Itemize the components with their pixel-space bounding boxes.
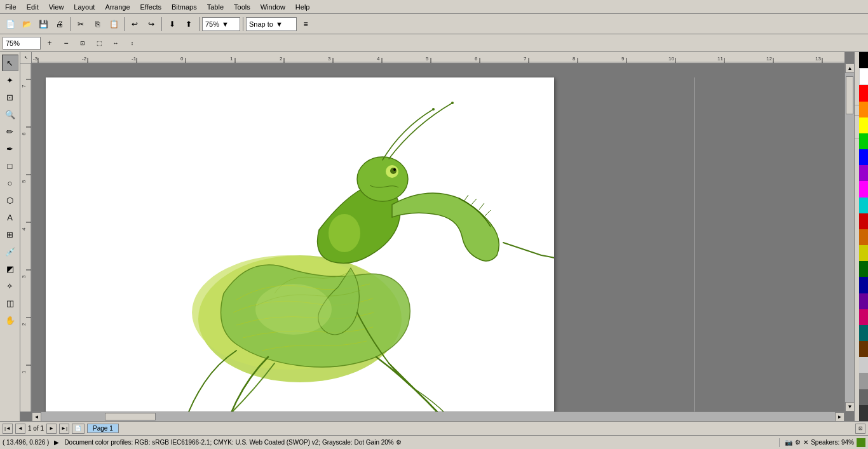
color-swatch-darkgray[interactable] xyxy=(859,389,868,405)
transparency-tool[interactable]: ◫ xyxy=(2,295,18,311)
color-swatch-orange[interactable] xyxy=(859,102,868,117)
ellipse-tool[interactable]: ○ xyxy=(2,175,18,191)
fill-tool[interactable]: ◩ xyxy=(2,260,18,277)
vertical-scrollbar[interactable]: ▲ ▼ xyxy=(844,64,854,412)
scroll-left-button[interactable]: ◄ xyxy=(32,412,41,421)
color-swatch-yellow[interactable] xyxy=(859,117,868,133)
menu-layout[interactable]: Layout xyxy=(69,2,100,12)
menu-bitmaps[interactable]: Bitmaps xyxy=(166,2,202,12)
first-page-button[interactable]: |◄ xyxy=(3,424,13,434)
color-profile-settings[interactable]: ⚙ xyxy=(396,439,402,446)
add-page-button[interactable]: 📄 xyxy=(72,424,85,434)
new-button[interactable]: 📄 xyxy=(3,17,18,32)
export-button[interactable]: ⬆ xyxy=(181,17,196,32)
menu-help[interactable]: Help xyxy=(290,2,315,12)
node-edit-tool[interactable]: ✦ xyxy=(2,72,18,88)
snap-arrow: ▼ xyxy=(276,20,283,28)
blend-tool[interactable]: ⟡ xyxy=(2,278,18,294)
scroll-thumb-horizontal[interactable] xyxy=(105,413,156,420)
prev-page-button[interactable]: ◄ xyxy=(15,424,25,434)
hand-tool[interactable]: ✋ xyxy=(2,312,18,328)
color-swatch-magenta[interactable] xyxy=(859,181,868,197)
menu-window[interactable]: Window xyxy=(255,2,290,12)
toolbar: 📄 📂 💾 🖨 ✂ ⎘ 📋 ↩ ↪ ⬇ ⬆ 75% ▼ Snap to ▼ ≡ xyxy=(0,14,868,34)
polygon-tool[interactable]: ⬡ xyxy=(2,192,18,208)
color-swatch-darkblue[interactable] xyxy=(859,277,868,293)
undo-button[interactable]: ↩ xyxy=(127,17,142,32)
menu-table[interactable]: Table xyxy=(202,2,229,12)
page-tab-1[interactable]: Page 1 xyxy=(87,424,119,433)
zoom-fit-status-button[interactable]: ⊡ xyxy=(855,424,865,434)
menu-edit[interactable]: Edit xyxy=(22,2,44,12)
color-swatch-red[interactable] xyxy=(859,85,868,101)
color-swatch-olive[interactable] xyxy=(859,245,868,261)
color-swatch-purple[interactable] xyxy=(859,165,868,181)
zoom-fit-btn[interactable]: ⊡ xyxy=(75,36,90,51)
scroll-track-horizontal[interactable] xyxy=(41,412,835,421)
zoom-bar-dropdown[interactable]: 75% xyxy=(3,37,41,50)
color-swatch-lightgray[interactable] xyxy=(859,357,868,373)
print-button[interactable]: 🖨 xyxy=(52,17,67,32)
color-swatch-darkred[interactable] xyxy=(859,213,868,229)
scroll-down-button[interactable]: ▼ xyxy=(845,402,854,412)
svg-line-61 xyxy=(479,203,484,210)
snap-to-dropdown[interactable]: Snap to ▼ xyxy=(246,17,297,31)
zoom-height-btn[interactable]: ↕ xyxy=(125,36,140,51)
color-swatch-darkmagenta[interactable] xyxy=(859,309,868,325)
horizontal-scrollbar[interactable]: ◄ ► xyxy=(32,412,844,421)
color-swatch-blue[interactable] xyxy=(859,149,868,165)
zoom-page-btn[interactable]: ⬚ xyxy=(92,36,107,51)
snap-options-button[interactable]: ≡ xyxy=(298,17,313,32)
color-swatch-verydarkgray[interactable] xyxy=(859,405,868,421)
zoom-dropdown[interactable]: 75% ▼ xyxy=(202,17,240,31)
color-swatch-darkgreen[interactable] xyxy=(859,261,868,277)
save-button[interactable]: 💾 xyxy=(36,17,51,32)
scroll-track-vertical[interactable] xyxy=(845,73,854,402)
svg-text:10: 10 xyxy=(668,56,674,62)
scroll-thumb-vertical[interactable] xyxy=(846,76,853,114)
last-page-button[interactable]: ►| xyxy=(59,424,69,434)
color-swatch-gray[interactable] xyxy=(859,373,868,389)
sep4 xyxy=(199,17,200,31)
import-button[interactable]: ⬇ xyxy=(165,17,180,32)
open-button[interactable]: 📂 xyxy=(19,17,34,32)
menu-view[interactable]: View xyxy=(44,2,69,12)
color-swatch-black[interactable] xyxy=(859,52,868,68)
color-swatch-white[interactable] xyxy=(859,68,868,85)
svg-line-60 xyxy=(471,199,477,204)
color-swatch-green[interactable] xyxy=(859,133,868,149)
paste-button[interactable]: 📋 xyxy=(106,17,121,32)
smart-draw-tool[interactable]: ✒ xyxy=(2,140,18,157)
canvas-area[interactable]: ↖ -3 -2 -1 0 1 2 3 4 5 6 7 xyxy=(20,52,854,421)
menu-effects[interactable]: Effects xyxy=(135,2,166,12)
page-canvas[interactable] xyxy=(46,77,554,421)
table-tool[interactable]: ⊞ xyxy=(2,226,18,243)
zoom-width-btn[interactable]: ↔ xyxy=(108,36,123,51)
menu-file[interactable]: File xyxy=(0,2,22,12)
camera-icon[interactable]: 📷 xyxy=(785,439,792,446)
color-swatch-brown[interactable] xyxy=(859,341,868,357)
scroll-right-button[interactable]: ► xyxy=(835,412,844,421)
menu-arrange[interactable]: Arrange xyxy=(100,2,135,12)
zoom-in-btn[interactable]: + xyxy=(42,36,57,51)
next-page-button[interactable]: ► xyxy=(46,424,57,434)
color-swatch-cyan[interactable] xyxy=(859,198,868,213)
menu-tools[interactable]: Tools xyxy=(229,2,255,12)
redo-button[interactable]: ↪ xyxy=(144,17,159,32)
select-tool[interactable]: ↖ xyxy=(2,55,18,71)
zoom-out-btn[interactable]: − xyxy=(58,36,74,51)
settings-icon[interactable]: ⚙ xyxy=(795,439,801,446)
cut-button[interactable]: ✂ xyxy=(73,17,88,32)
text-tool[interactable]: A xyxy=(2,209,18,225)
crop-tool[interactable]: ⊡ xyxy=(2,89,18,105)
zoom-tool[interactable]: 🔍 xyxy=(2,106,18,123)
eyedropper-tool[interactable]: 💉 xyxy=(2,243,18,260)
close-icon[interactable]: ✕ xyxy=(803,439,808,446)
copy-button[interactable]: ⎘ xyxy=(90,17,105,32)
scroll-up-button[interactable]: ▲ xyxy=(845,64,854,73)
color-swatch-darkorange[interactable] xyxy=(859,229,868,245)
rect-tool[interactable]: □ xyxy=(2,157,18,174)
freehand-tool[interactable]: ✏ xyxy=(2,123,18,140)
color-swatch-teal[interactable] xyxy=(859,325,868,341)
color-swatch-darkpurple[interactable] xyxy=(859,293,868,309)
